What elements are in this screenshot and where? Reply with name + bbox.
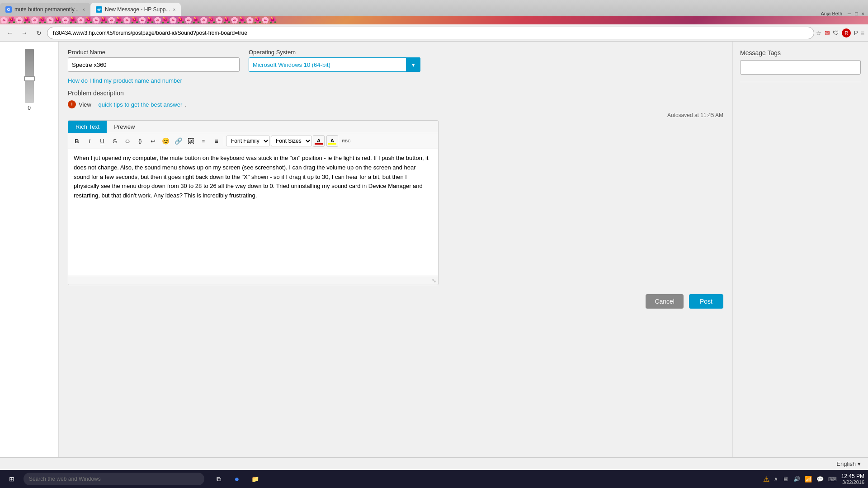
language-chevron: ▾ (858, 460, 861, 467)
window-minimize[interactable]: ─ (848, 11, 851, 16)
tab-rich-text[interactable]: Rich Text (68, 121, 107, 133)
taskbar-up-arrow[interactable]: ∧ (774, 476, 778, 482)
pinterest-icon[interactable]: P (854, 29, 858, 37)
tab1-favicon: G (5, 6, 12, 13)
tab-1[interactable]: G mute button permanently... × (0, 3, 90, 16)
tags-divider (740, 82, 861, 82)
shield-icon[interactable]: 🛡 (833, 29, 839, 37)
back-button[interactable]: ← (4, 27, 16, 39)
nav-icons-right: ☆ ✉ 🛡 R P ≡ (816, 28, 864, 38)
files-taskbar-icon[interactable]: 📁 (248, 472, 262, 486)
editor-footer: ⤡ (68, 276, 438, 285)
refresh-button[interactable]: ↻ (33, 27, 45, 39)
editor-content: When I jut opened my computer, the mute … (74, 155, 429, 199)
tags-section-title: Message Tags (740, 49, 861, 56)
editor-body[interactable]: When I jut opened my computer, the mute … (68, 149, 438, 276)
window-maximize[interactable]: □ (855, 11, 858, 16)
alert-icon: ! (68, 100, 76, 108)
alert-row: ! View quick tips to get the best answer… (68, 100, 723, 108)
tab1-close[interactable]: × (82, 7, 85, 12)
font-size-select[interactable]: Font Sizes (271, 136, 312, 146)
taskbar-speaker-icon[interactable]: 🔊 (793, 476, 800, 482)
browser-footer: English ▾ (0, 457, 868, 470)
floral-decoration (0, 16, 868, 24)
form-group-os: Operating System Microsoft Windows 10 (6… (249, 49, 420, 72)
taskbar-monitor-icon[interactable]: 🖥 (783, 475, 789, 483)
os-select-container: Microsoft Windows 10 (64-bit) ▾ (249, 57, 420, 72)
taskbar-chat-icon[interactable]: 💬 (816, 476, 824, 483)
task-view-button[interactable]: ⧉ (212, 472, 226, 486)
tab-bar-right: Anja Beth ─ □ × (821, 11, 868, 16)
highlight-label: A (330, 138, 334, 143)
alert-link[interactable]: quick tips to get the best answer (99, 101, 183, 108)
toolbar-sep1 (224, 136, 224, 145)
start-button[interactable]: ⊞ (4, 471, 20, 487)
cancel-button[interactable]: Cancel (646, 294, 684, 309)
volume-thumb[interactable] (24, 76, 35, 81)
tab2-favicon: HP (96, 6, 102, 13)
unordered-list-button[interactable]: ≣ (210, 135, 222, 147)
form-group-product: Product Name (68, 49, 240, 72)
code-button[interactable]: {} (134, 135, 146, 147)
italic-button[interactable]: I (84, 135, 95, 147)
volume-slider-container: 0 (21, 45, 38, 115)
text-color-underline (315, 143, 323, 145)
os-select[interactable]: Microsoft Windows 10 (64-bit) (249, 57, 420, 72)
font-family-select[interactable]: Font Family (226, 136, 270, 146)
tags-title-text: Message Tags (740, 49, 781, 56)
sidebar: 0 (0, 42, 59, 457)
product-name-label: Product Name (68, 49, 240, 56)
language-selector[interactable]: English ▾ (836, 460, 861, 467)
text-color-label: A (317, 138, 321, 143)
help-link[interactable]: How do I find my product name and number (68, 77, 182, 84)
post-button[interactable]: Post (689, 294, 723, 309)
alert-text-before: View (79, 101, 91, 108)
forward-button[interactable]: → (18, 27, 31, 39)
tab-preview[interactable]: Preview (107, 121, 142, 133)
right-sidebar: Message Tags (732, 42, 868, 457)
tab-2[interactable]: HP New Message - HP Supp... × (90, 3, 181, 16)
taskbar-time: 12:45 PM 3/22/2016 (841, 473, 864, 485)
address-bar[interactable] (47, 27, 814, 39)
taskbar-clock: 12:45 PM (841, 473, 864, 479)
tab2-close[interactable]: × (173, 7, 176, 12)
taskbar-wifi-icon[interactable]: 📶 (805, 476, 812, 483)
link-button[interactable]: 🔗 (172, 135, 184, 147)
tab2-label: New Message - HP Supp... (105, 6, 170, 13)
product-name-input[interactable] (68, 57, 240, 72)
taskbar-date: 3/22/2016 (841, 479, 864, 485)
strikethrough-button[interactable]: S (109, 135, 121, 147)
taskbar: ⊞ ⧉ ● 📁 ⚠ ∧ 🖥 🔊 📶 💬 ⌨ 12:45 PM 3/22/2016 (0, 470, 868, 488)
chrome-taskbar-icon[interactable]: ● (230, 472, 244, 486)
taskbar-notification-icon[interactable]: ⚠ (763, 475, 769, 483)
autosave-text: Autosaved at 11:45 AM (667, 112, 723, 118)
ordered-list-button[interactable]: ≡ (198, 135, 209, 147)
message-tags-input[interactable] (740, 60, 861, 75)
os-label: Operating System (249, 49, 420, 56)
taskbar-keyboard-icon[interactable]: ⌨ (828, 476, 837, 483)
special-btn[interactable]: RBC (339, 135, 354, 147)
resize-handle[interactable]: ⤡ (432, 277, 436, 284)
tab1-label: mute button permanently... (14, 6, 80, 13)
taskbar-right: ⚠ ∧ 🖥 🔊 📶 💬 ⌨ 12:45 PM 3/22/2016 (763, 473, 864, 485)
undo-button[interactable]: ↩ (147, 135, 159, 147)
taskbar-search[interactable] (24, 473, 204, 485)
tab-bar: G mute button permanently... × HP New Me… (0, 0, 868, 16)
form-row-product: Product Name Operating System Microsoft … (68, 49, 723, 72)
image-button[interactable]: 🖼 (185, 135, 197, 147)
volume-value: 0 (28, 105, 31, 111)
text-color-button[interactable]: A (313, 135, 325, 147)
volume-track[interactable] (25, 49, 34, 103)
ext-icon-r[interactable]: R (842, 28, 851, 38)
mail-icon[interactable]: ✉ (825, 29, 830, 37)
alert-text-after: . (185, 101, 187, 108)
editor-tabs: Rich Text Preview (68, 121, 438, 133)
emoji-smiley-button[interactable]: ☺ (122, 135, 133, 147)
highlight-button[interactable]: A (326, 135, 338, 147)
underline-button[interactable]: U (96, 135, 108, 147)
emoji-button[interactable]: 😊 (160, 135, 171, 147)
menu-icon[interactable]: ≡ (861, 29, 864, 37)
window-close[interactable]: × (862, 11, 864, 16)
bookmark-icon[interactable]: ☆ (816, 29, 822, 37)
bold-button[interactable]: B (71, 135, 83, 147)
